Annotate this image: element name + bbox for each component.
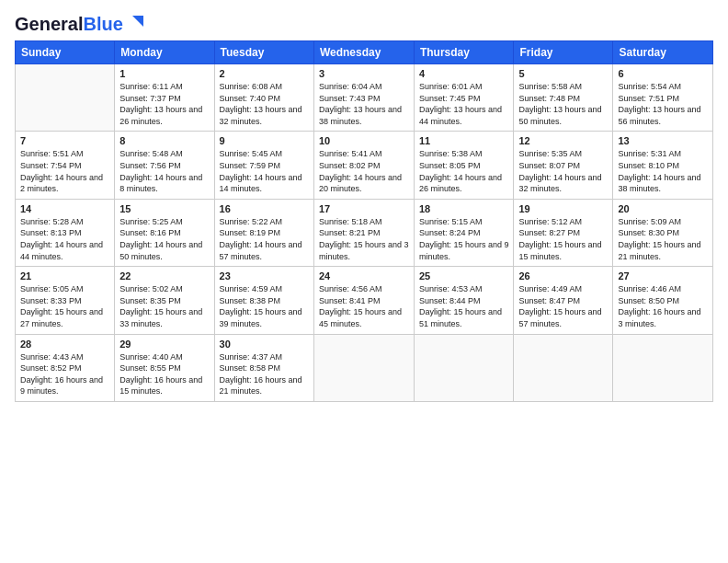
sunset-text: Sunset: 8:38 PM	[220, 296, 281, 305]
calendar-cell: 7 Sunrise: 5:51 AM Sunset: 7:54 PM Dayli…	[16, 132, 115, 199]
sunrise-text: Sunrise: 4:56 AM	[319, 284, 382, 293]
calendar-week-row: 21 Sunrise: 5:05 AM Sunset: 8:33 PM Dayl…	[16, 267, 713, 334]
calendar-cell: 17 Sunrise: 5:18 AM Sunset: 8:21 PM Dayl…	[313, 199, 414, 266]
sunrise-text: Sunrise: 5:05 AM	[20, 284, 84, 293]
day-number: 2	[220, 68, 309, 79]
sunset-text: Sunset: 8:33 PM	[20, 296, 82, 305]
sunrise-text: Sunrise: 5:02 AM	[119, 284, 183, 293]
sunrise-text: Sunrise: 6:01 AM	[419, 82, 483, 91]
day-number: 22	[119, 270, 209, 282]
sunset-text: Sunset: 7:43 PM	[319, 94, 381, 103]
daylight-text: Daylight: 16 hours and 21 minutes.	[220, 375, 302, 396]
calendar-cell: 9 Sunrise: 5:45 AM Sunset: 7:59 PM Dayli…	[214, 132, 313, 199]
calendar-week-row: 14 Sunrise: 5:28 AM Sunset: 8:13 PM Dayl…	[16, 199, 713, 266]
day-number: 26	[518, 270, 608, 282]
calendar-cell: 21 Sunrise: 5:05 AM Sunset: 8:33 PM Dayl…	[16, 267, 115, 334]
day-number: 18	[419, 203, 509, 214]
sunrise-text: Sunrise: 5:54 AM	[618, 82, 681, 91]
sunrise-text: Sunrise: 4:53 AM	[419, 284, 483, 293]
day-number: 5	[518, 68, 608, 79]
sunset-text: Sunset: 7:48 PM	[518, 94, 580, 103]
sunset-text: Sunset: 8:21 PM	[319, 228, 381, 237]
cell-content: Sunrise: 4:53 AM Sunset: 8:44 PM Dayligh…	[419, 283, 509, 329]
sunrise-text: Sunrise: 5:58 AM	[518, 82, 582, 91]
day-number: 9	[220, 135, 309, 146]
cell-content: Sunrise: 4:46 AM Sunset: 8:50 PM Dayligh…	[618, 283, 708, 329]
day-number: 24	[319, 270, 409, 282]
calendar-week-row: 7 Sunrise: 5:51 AM Sunset: 7:54 PM Dayli…	[16, 132, 713, 199]
sunset-text: Sunset: 8:58 PM	[220, 363, 281, 373]
sunrise-text: Sunrise: 4:40 AM	[119, 352, 183, 362]
daylight-text: Daylight: 15 hours and 15 minutes.	[518, 240, 601, 261]
day-number: 8	[119, 135, 209, 146]
daylight-text: Daylight: 15 hours and 27 minutes.	[20, 307, 103, 328]
calendar-cell: 18 Sunrise: 5:15 AM Sunset: 8:24 PM Dayl…	[414, 199, 514, 266]
day-number: 21	[20, 270, 109, 282]
daylight-text: Daylight: 13 hours and 26 minutes.	[119, 105, 202, 126]
calendar-cell: 25 Sunrise: 4:53 AM Sunset: 8:44 PM Dayl…	[414, 267, 514, 334]
sunrise-text: Sunrise: 5:25 AM	[119, 217, 183, 226]
day-header-wednesday: Wednesday	[313, 41, 414, 64]
day-header-monday: Monday	[115, 41, 214, 64]
sunset-text: Sunset: 8:55 PM	[119, 363, 181, 373]
sunrise-text: Sunrise: 5:41 AM	[319, 149, 382, 158]
cell-content: Sunrise: 6:01 AM Sunset: 7:45 PM Dayligh…	[419, 81, 509, 127]
calendar-cell: 8 Sunrise: 5:48 AM Sunset: 7:56 PM Dayli…	[115, 132, 214, 199]
cell-content: Sunrise: 5:05 AM Sunset: 8:33 PM Dayligh…	[20, 283, 109, 329]
daylight-text: Daylight: 14 hours and 26 minutes.	[419, 173, 502, 194]
cell-content: Sunrise: 5:31 AM Sunset: 8:10 PM Dayligh…	[618, 148, 708, 194]
sunrise-text: Sunrise: 6:11 AM	[119, 82, 183, 91]
sunset-text: Sunset: 8:07 PM	[518, 161, 580, 170]
cell-content: Sunrise: 4:56 AM Sunset: 8:41 PM Dayligh…	[319, 283, 409, 329]
cell-content: Sunrise: 6:08 AM Sunset: 7:40 PM Dayligh…	[220, 81, 309, 127]
sunrise-text: Sunrise: 5:45 AM	[220, 149, 283, 158]
day-number: 13	[618, 135, 708, 146]
calendar-cell: 19 Sunrise: 5:12 AM Sunset: 8:27 PM Dayl…	[514, 199, 613, 266]
cell-content: Sunrise: 6:04 AM Sunset: 7:43 PM Dayligh…	[319, 81, 409, 127]
cell-content: Sunrise: 5:02 AM Sunset: 8:35 PM Dayligh…	[119, 283, 209, 329]
daylight-text: Daylight: 15 hours and 3 minutes.	[319, 240, 409, 261]
cell-content: Sunrise: 5:38 AM Sunset: 8:05 PM Dayligh…	[419, 148, 509, 194]
daylight-text: Daylight: 15 hours and 21 minutes.	[618, 240, 700, 261]
sunrise-text: Sunrise: 5:12 AM	[518, 217, 582, 226]
calendar-cell: 15 Sunrise: 5:25 AM Sunset: 8:16 PM Dayl…	[115, 199, 214, 266]
sunset-text: Sunset: 8:30 PM	[618, 228, 679, 237]
calendar-cell: 26 Sunrise: 4:49 AM Sunset: 8:47 PM Dayl…	[514, 267, 613, 334]
sunrise-text: Sunrise: 4:49 AM	[518, 284, 582, 293]
day-number: 20	[618, 203, 708, 214]
daylight-text: Daylight: 14 hours and 38 minutes.	[618, 173, 700, 194]
day-number: 14	[20, 203, 109, 214]
cell-content: Sunrise: 5:58 AM Sunset: 7:48 PM Dayligh…	[518, 81, 608, 127]
cell-content: Sunrise: 5:41 AM Sunset: 8:02 PM Dayligh…	[319, 148, 409, 194]
sunset-text: Sunset: 8:16 PM	[119, 228, 181, 237]
daylight-text: Daylight: 15 hours and 57 minutes.	[518, 307, 601, 328]
daylight-text: Daylight: 15 hours and 9 minutes.	[419, 240, 509, 261]
day-header-saturday: Saturday	[613, 41, 713, 64]
daylight-text: Daylight: 14 hours and 44 minutes.	[20, 240, 103, 261]
cell-content: Sunrise: 5:22 AM Sunset: 8:19 PM Dayligh…	[220, 216, 309, 262]
day-number: 23	[220, 270, 309, 282]
calendar-cell: 5 Sunrise: 5:58 AM Sunset: 7:48 PM Dayli…	[514, 64, 613, 132]
sunset-text: Sunset: 8:13 PM	[20, 228, 82, 237]
day-header-tuesday: Tuesday	[214, 41, 313, 64]
logo-icon	[125, 12, 145, 32]
daylight-text: Daylight: 15 hours and 33 minutes.	[119, 307, 202, 328]
svg-marker-0	[132, 16, 143, 27]
cell-content: Sunrise: 5:51 AM Sunset: 7:54 PM Dayligh…	[20, 148, 109, 194]
day-number: 25	[419, 270, 509, 282]
sunset-text: Sunset: 8:35 PM	[119, 296, 181, 305]
daylight-text: Daylight: 16 hours and 3 minutes.	[618, 307, 700, 328]
day-number: 28	[20, 339, 109, 350]
calendar-cell	[514, 334, 613, 401]
sunrise-text: Sunrise: 6:08 AM	[220, 82, 283, 91]
calendar-week-row: 1 Sunrise: 6:11 AM Sunset: 7:37 PM Dayli…	[16, 64, 713, 132]
sunset-text: Sunset: 8:19 PM	[220, 228, 281, 237]
cell-content: Sunrise: 6:11 AM Sunset: 7:37 PM Dayligh…	[119, 81, 209, 127]
calendar-cell: 11 Sunrise: 5:38 AM Sunset: 8:05 PM Dayl…	[414, 132, 514, 199]
daylight-text: Daylight: 13 hours and 56 minutes.	[618, 105, 700, 126]
cell-content: Sunrise: 4:59 AM Sunset: 8:38 PM Dayligh…	[220, 283, 309, 329]
calendar-cell: 23 Sunrise: 4:59 AM Sunset: 8:38 PM Dayl…	[214, 267, 313, 334]
sunrise-text: Sunrise: 5:48 AM	[119, 149, 183, 158]
calendar-table: SundayMondayTuesdayWednesdayThursdayFrid…	[15, 40, 713, 402]
calendar-cell: 16 Sunrise: 5:22 AM Sunset: 8:19 PM Dayl…	[214, 199, 313, 266]
